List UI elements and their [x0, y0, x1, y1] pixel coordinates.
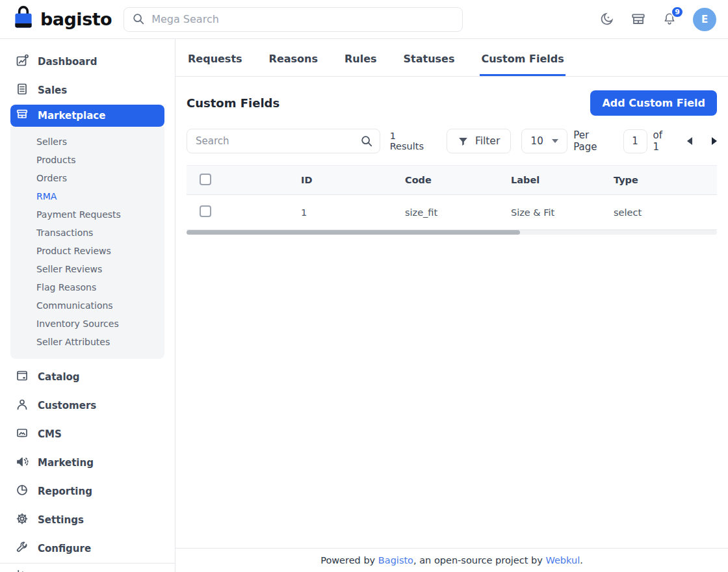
- sidebar-footer: [0, 563, 175, 572]
- marketplace-submenu: Sellers Products Orders RMA Payment Requ…: [10, 127, 164, 359]
- collapse-sidebar-icon[interactable]: [16, 568, 28, 572]
- tab-custom-fields[interactable]: Custom Fields: [480, 39, 565, 76]
- submenu-item-orders[interactable]: Orders: [10, 169, 164, 187]
- sidebar-item-marketing[interactable]: Marketing: [0, 448, 175, 477]
- submenu-item-communications[interactable]: Communications: [10, 296, 164, 315]
- tab-requests[interactable]: Requests: [187, 39, 244, 76]
- sidebar-item-label: Configure: [38, 543, 91, 554]
- sidebar-item-customers[interactable]: Customers: [0, 391, 175, 420]
- dashboard-icon: [16, 54, 29, 70]
- tab-reasons[interactable]: Reasons: [268, 39, 319, 76]
- sidebar-item-marketplace[interactable]: Marketplace: [10, 105, 164, 127]
- funnel-icon: [458, 136, 469, 147]
- column-header-code: Code: [405, 175, 511, 185]
- cell-type: select: [614, 207, 717, 218]
- gear-icon: [16, 512, 29, 528]
- submenu-item-payment-requests[interactable]: Payment Requests: [10, 205, 164, 224]
- table-row: 1 size_fit Size & Fit select: [187, 195, 717, 230]
- submenu-item-flag-reasons[interactable]: Flag Reasons: [10, 278, 164, 296]
- top-header: bagisto: [0, 0, 728, 39]
- sidebar-item-settings[interactable]: Settings: [0, 506, 175, 534]
- sidebar-item-label: Catalog: [38, 371, 80, 383]
- header-actions: 9 E: [599, 8, 716, 31]
- horizontal-scrollbar: [187, 230, 717, 235]
- sidebar-item-label: Marketing: [38, 457, 94, 469]
- column-header-id: ID: [301, 175, 405, 185]
- dark-mode-icon[interactable]: [599, 12, 614, 27]
- sidebar-item-label: Marketplace: [38, 110, 105, 122]
- filter-label: Filter: [475, 135, 500, 147]
- row-checkbox[interactable]: [200, 205, 211, 217]
- submenu-item-transactions[interactable]: Transactions: [10, 224, 164, 242]
- sidebar-item-catalog[interactable]: Catalog: [0, 363, 175, 391]
- sidebar-item-label: CMS: [38, 428, 62, 440]
- submenu-item-rma[interactable]: RMA: [10, 187, 164, 205]
- sidebar-item-cms[interactable]: CMS: [0, 420, 175, 448]
- datagrid-search: [187, 129, 380, 153]
- page-header: Custom Fields Add Custom Field: [176, 77, 728, 124]
- column-header-type: Type: [614, 175, 717, 185]
- search-icon[interactable]: [360, 135, 373, 150]
- next-page-icon[interactable]: [712, 137, 717, 145]
- tab-rules[interactable]: Rules: [343, 39, 378, 76]
- mega-search-input[interactable]: [124, 7, 463, 32]
- submenu-item-seller-attributes[interactable]: Seller Attributes: [10, 333, 164, 351]
- per-page-select[interactable]: 10: [521, 129, 567, 153]
- notifications-bell-icon[interactable]: 9: [662, 12, 677, 27]
- submenu-item-sellers[interactable]: Sellers: [10, 133, 164, 151]
- submenu-item-seller-reviews[interactable]: Seller Reviews: [10, 260, 164, 278]
- submenu-item-product-reviews[interactable]: Product Reviews: [10, 242, 164, 260]
- main-content: Requests Reasons Rules Statuses Custom F…: [176, 39, 728, 572]
- cell-label: Size & Fit: [511, 207, 614, 218]
- sidebar-item-configure[interactable]: Configure: [0, 534, 175, 563]
- horizontal-scrollbar-thumb[interactable]: [187, 230, 520, 235]
- marketing-icon: [16, 455, 29, 471]
- sales-icon: [16, 83, 29, 98]
- sidebar-item-reporting[interactable]: Reporting: [0, 477, 175, 506]
- cell-code: size_fit: [405, 207, 511, 218]
- marketplace-icon: [16, 108, 29, 124]
- filter-button[interactable]: Filter: [447, 129, 511, 153]
- sidebar-item-sales[interactable]: Sales: [0, 76, 175, 105]
- results-count: 1 Results: [390, 131, 432, 151]
- storefront-icon[interactable]: [630, 12, 646, 27]
- footer-text: Powered by Bagisto, an open-source proje…: [320, 555, 583, 566]
- submenu-item-products[interactable]: Products: [10, 151, 164, 169]
- submenu-item-inventory-sources[interactable]: Inventory Sources: [10, 315, 164, 333]
- sidebar: Dashboard Sales: [0, 39, 176, 572]
- user-avatar[interactable]: E: [693, 8, 716, 31]
- sidebar-item-dashboard[interactable]: Dashboard: [0, 47, 175, 76]
- datagrid-toolbar: 1 Results Filter 10 Per Page of 1: [176, 124, 728, 153]
- catalog-icon: [16, 369, 29, 385]
- page-title: Custom Fields: [187, 96, 280, 110]
- cms-icon: [16, 426, 29, 442]
- table-header-row: ID Code Label Type: [187, 165, 717, 195]
- datagrid-table: ID Code Label Type 1 size_fit Size & Fit…: [187, 165, 717, 230]
- webkul-link[interactable]: Webkul: [545, 555, 580, 566]
- customers-icon: [16, 398, 29, 413]
- sidebar-item-label: Customers: [38, 400, 96, 411]
- page-total-label: of 1: [653, 129, 671, 153]
- sidebar-item-label: Reporting: [38, 486, 92, 497]
- page-number-input[interactable]: [623, 129, 647, 153]
- notification-badge: 9: [671, 6, 684, 18]
- datagrid-search-input[interactable]: [187, 129, 380, 153]
- bagisto-link[interactable]: Bagisto: [378, 555, 413, 566]
- per-page-label: Per Page: [573, 129, 615, 153]
- shopping-bag-icon: [12, 5, 35, 34]
- add-custom-field-button[interactable]: Add Custom Field: [590, 90, 717, 116]
- chevron-down-icon: [552, 139, 558, 143]
- sidebar-item-label: Settings: [38, 514, 84, 526]
- search-icon: [132, 12, 145, 28]
- previous-page-icon[interactable]: [687, 137, 692, 145]
- tab-statuses[interactable]: Statuses: [402, 39, 456, 76]
- brand-name: bagisto: [40, 9, 112, 29]
- footer: Powered by Bagisto, an open-source proje…: [176, 548, 728, 572]
- select-all-checkbox[interactable]: [200, 174, 211, 185]
- column-header-label: Label: [511, 175, 614, 185]
- per-page-value: 10: [531, 135, 543, 147]
- sidebar-item-label: Sales: [38, 84, 67, 96]
- bagisto-logo[interactable]: bagisto: [12, 5, 112, 34]
- tab-bar: Requests Reasons Rules Statuses Custom F…: [176, 39, 728, 77]
- mega-search: [124, 7, 463, 32]
